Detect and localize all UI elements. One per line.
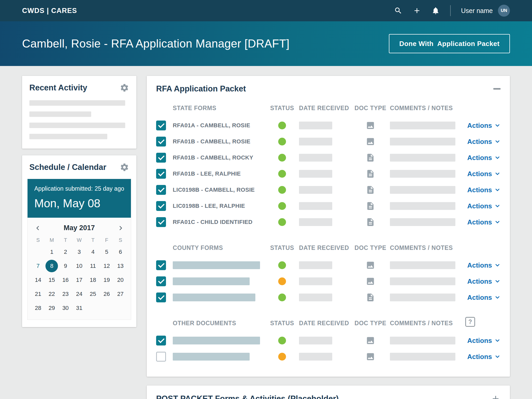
calendar-day[interactable]: 20 — [114, 274, 127, 286]
notifications-icon[interactable] — [431, 6, 440, 15]
calendar-day[interactable]: 11 — [87, 260, 99, 272]
calendar-day[interactable]: 10 — [73, 260, 85, 272]
row-checkbox[interactable] — [156, 153, 166, 163]
packet-title: RFA Application Packet — [156, 84, 246, 94]
row-checkbox[interactable] — [156, 217, 166, 227]
actions-dropdown[interactable]: Actions — [465, 154, 501, 162]
form-name-placeholder — [173, 277, 265, 285]
form-name: RFA01B - CAMBELL, ROCKY — [173, 154, 265, 161]
form-name-placeholder — [173, 294, 265, 301]
calendar-day[interactable]: 4 — [87, 246, 99, 258]
calendar-day[interactable]: 22 — [45, 288, 58, 300]
calendar-days: 1234567891011121314151617181920212223242… — [31, 246, 127, 314]
calendar-day[interactable]: 16 — [59, 274, 72, 286]
calendar-day[interactable]: 6 — [114, 246, 127, 258]
left-column: Recent Activity Schedule / Calendar — [22, 76, 136, 327]
image-icon — [351, 352, 390, 361]
calendar-day[interactable]: 14 — [32, 274, 44, 286]
placeholder-bar — [29, 100, 125, 106]
calendar-day[interactable]: 2 — [59, 246, 72, 258]
calendar-day[interactable]: 9 — [59, 260, 72, 272]
actions-dropdown[interactable]: Actions — [465, 138, 501, 146]
calendar-day[interactable]: 5 — [101, 246, 113, 258]
row-checkbox[interactable] — [156, 137, 166, 147]
status-indicator — [265, 294, 299, 301]
section-header-row: OTHER DOCUMENTS STATUS DATE RECEIVED DOC… — [156, 318, 501, 328]
calendar-day[interactable]: 3 — [73, 246, 85, 258]
calendar-day[interactable]: 15 — [45, 274, 58, 286]
row-checkbox[interactable] — [156, 121, 166, 130]
row-checkbox[interactable] — [156, 260, 166, 270]
calendar-day[interactable]: 13 — [114, 260, 127, 272]
col-status: STATUS — [265, 244, 299, 251]
actions-dropdown[interactable]: Actions — [465, 353, 501, 361]
calendar-day[interactable]: 17 — [73, 274, 85, 286]
actions-dropdown[interactable]: Actions — [465, 294, 501, 302]
col-comments: COMMENTS / NOTES — [390, 244, 465, 251]
calendar-day[interactable]: 25 — [87, 288, 99, 300]
actions-dropdown[interactable]: Actions — [465, 261, 501, 269]
document-icon — [351, 153, 390, 162]
chevron-left-icon[interactable] — [34, 225, 41, 231]
row-checkbox[interactable] — [156, 352, 166, 362]
actions-dropdown[interactable]: Actions — [465, 202, 501, 210]
right-column: RFA Application Packet STATE FORMS STATU… — [147, 76, 510, 399]
gear-icon[interactable] — [120, 83, 129, 92]
actions-dropdown[interactable]: Actions — [465, 337, 501, 345]
calendar-day[interactable]: 18 — [87, 274, 99, 286]
image-icon — [351, 277, 390, 286]
status-indicator — [265, 154, 299, 162]
packet-row: RFA01B - CAMBELL, ROCKY Actions — [156, 150, 501, 166]
gear-icon[interactable] — [120, 163, 129, 172]
post-packet-card: POST PACKET Forms & Activities (Placehol… — [147, 385, 510, 399]
calendar-day[interactable]: 21 — [32, 288, 44, 300]
calendar-day[interactable]: 28 — [32, 302, 44, 314]
calendar-day[interactable]: 7 — [32, 260, 44, 272]
avatar[interactable]: UN — [498, 5, 510, 17]
packet-row: Actions — [156, 332, 501, 349]
actions-dropdown[interactable]: Actions — [465, 170, 501, 178]
packet-row: LIC0198B - CAMBELL, ROSIE Actions — [156, 182, 501, 198]
done-with-application-packet-button[interactable]: Done With Application Packet — [389, 34, 510, 53]
actions-dropdown[interactable]: Actions — [465, 277, 501, 285]
status-indicator — [265, 122, 299, 129]
calendar-day[interactable]: 1 — [45, 246, 58, 258]
calendar-empty-cell — [32, 246, 44, 258]
status-indicator — [265, 277, 299, 285]
search-icon[interactable] — [394, 6, 402, 15]
calendar-day[interactable]: 23 — [59, 288, 72, 300]
weekday-label: S — [31, 237, 45, 243]
calendar-day[interactable]: 29 — [45, 302, 58, 314]
calendar-day[interactable]: 24 — [73, 288, 85, 300]
row-checkbox[interactable] — [156, 292, 166, 302]
document-icon — [351, 169, 390, 178]
actions-dropdown[interactable]: Actions — [465, 218, 501, 226]
calendar-day[interactable]: 26 — [101, 288, 113, 300]
calendar-empty-cell — [101, 302, 113, 314]
add-icon[interactable] — [413, 6, 421, 15]
calendar-day[interactable]: 31 — [73, 302, 85, 314]
row-checkbox[interactable] — [156, 169, 166, 179]
calendar-day[interactable]: 27 — [114, 288, 127, 300]
section-header-row: STATE FORMS STATUS DATE RECEIVED DOC TYP… — [156, 103, 501, 113]
collapse-icon[interactable] — [492, 85, 501, 93]
calendar-day[interactable]: 30 — [59, 302, 72, 314]
calendar-day[interactable]: 8 — [45, 260, 58, 272]
row-checkbox[interactable] — [156, 201, 166, 211]
expand-plus-icon[interactable] — [491, 394, 501, 399]
help-icon[interactable]: ? — [465, 317, 475, 327]
user-menu[interactable]: User name UN — [461, 5, 510, 17]
comments-placeholder — [390, 294, 465, 301]
image-icon — [351, 261, 390, 270]
comments-placeholder — [390, 154, 465, 162]
calendar-day[interactable]: 12 — [101, 260, 113, 272]
document-icon — [351, 185, 390, 195]
actions-dropdown[interactable]: Actions — [465, 186, 501, 194]
chevron-right-icon[interactable] — [117, 225, 124, 231]
row-checkbox[interactable] — [156, 336, 166, 345]
row-checkbox[interactable] — [156, 185, 166, 195]
calendar-day[interactable]: 19 — [101, 274, 113, 286]
form-name-placeholder — [173, 337, 265, 344]
actions-dropdown[interactable]: Actions — [465, 122, 501, 130]
row-checkbox[interactable] — [156, 276, 166, 286]
